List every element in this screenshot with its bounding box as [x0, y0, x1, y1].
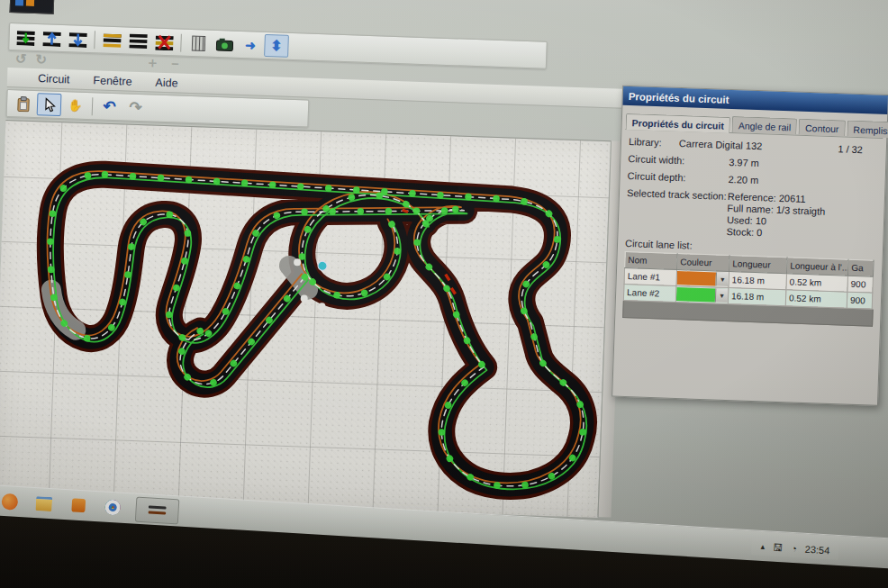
tray-volume-icon[interactable]: 🖫 — [773, 541, 784, 553]
menu-circuit[interactable]: Circuit — [38, 72, 70, 86]
lane-table: Nom Couleur Longueur Longueur à l'... Ga… — [623, 251, 874, 310]
tab-angle-de-rail[interactable]: Angle de rail — [732, 116, 798, 135]
redo-icon[interactable]: ↷ — [123, 95, 149, 119]
undo-icon[interactable]: ↶ — [97, 95, 122, 118]
library-label: Library: — [629, 136, 679, 149]
tab-remplissage[interactable]: Remplissage — [847, 121, 888, 140]
move-track-down-icon[interactable] — [65, 27, 90, 50]
curve-track-icon[interactable] — [99, 28, 124, 51]
col-nom[interactable]: Nom — [625, 251, 678, 269]
camera-icon[interactable] — [212, 32, 237, 56]
zoom-out-icon[interactable]: － — [168, 55, 183, 73]
taskbar-document-icon[interactable] — [67, 494, 89, 517]
circuit-canvas[interactable] — [0, 120, 611, 518]
circuit-width-value: 3.97 m — [729, 157, 878, 173]
library-value: Carrera Digital 132 — [679, 138, 814, 153]
circuit-depth-value: 2.20 m — [728, 174, 877, 190]
toolbar-separator — [94, 31, 95, 49]
menu-fenetre[interactable]: Fenêtre — [93, 74, 132, 87]
taskbar-folder-icon[interactable] — [32, 492, 55, 514]
circuit-track-drawing — [0, 121, 611, 518]
fragment-orange-icon — [26, 0, 34, 5]
monitor-photo: ➜ ⬍ ↺ ↻ ＋ － Circuit Fenêtre Aide ✋ ↶ — [0, 0, 888, 588]
taskbar-track-editor-button[interactable] — [135, 496, 180, 524]
lane1-color-cell: ▼ — [676, 270, 729, 288]
straight-track-icon[interactable] — [125, 30, 150, 53]
screen: ➜ ⬍ ↺ ↻ ＋ － Circuit Fenêtre Aide ✋ ↶ — [0, 0, 888, 588]
rotate-left-icon[interactable]: ↺ — [15, 50, 27, 67]
zoom-in-icon[interactable]: ＋ — [146, 54, 160, 72]
lane1-name: Lane #1 — [624, 267, 677, 285]
circuit-depth-label: Circuit depth: — [627, 170, 728, 185]
tray-clock[interactable]: 23:54 — [804, 543, 829, 556]
selected-section-values: Reference: 20611 Full name: 1/3 straigth… — [726, 191, 877, 243]
lane1-color-dropdown[interactable]: ▼ — [715, 273, 729, 286]
toolbar-separator — [92, 97, 94, 115]
taskbar-app-orange-icon[interactable] — [0, 490, 22, 512]
tab-contour[interactable]: Contour — [799, 119, 846, 137]
rotate-right-icon[interactable]: ↻ — [35, 51, 47, 68]
pan-vertical-icon[interactable]: ⬍ — [264, 34, 289, 58]
pan-right-icon[interactable]: ➜ — [238, 33, 263, 57]
lane2-color-dropdown[interactable]: ▼ — [715, 289, 729, 303]
lane2-color-cell: ▼ — [675, 285, 729, 303]
lane1-longueur: 16.18 m — [729, 272, 787, 290]
col-longueur-a[interactable]: Longueur à l'... — [787, 258, 849, 276]
lane1-longueur-a: 0.52 km — [786, 274, 848, 292]
lane2-ga: 900 — [847, 292, 873, 309]
lane1-ga: 900 — [847, 276, 874, 293]
tray-network-icon[interactable]: ◔ — [791, 542, 797, 553]
window-fragment — [10, 0, 55, 14]
taskbar-browser-icon[interactable] — [101, 496, 123, 519]
fence-icon[interactable] — [186, 32, 211, 55]
properties-window: Propriétés du circuit Propriétés du circ… — [612, 86, 888, 406]
properties-title: Propriétés du circuit — [629, 91, 729, 105]
system-tray: ▴ 🖫 ◔ 23:54 — [751, 537, 839, 560]
lane2-longueur: 16.18 m — [728, 288, 786, 306]
lane1-color-swatch — [677, 271, 716, 285]
insert-track-icon[interactable] — [13, 25, 38, 49]
pan-hand-icon[interactable]: ✋ — [63, 94, 88, 117]
select-cursor-icon[interactable] — [37, 93, 62, 116]
move-track-up-icon[interactable] — [39, 26, 64, 50]
col-couleur[interactable]: Couleur — [677, 254, 730, 272]
tray-notify-icon[interactable]: ▴ — [760, 541, 765, 550]
delete-track-icon[interactable] — [151, 31, 177, 54]
paste-icon[interactable] — [11, 92, 36, 115]
lane2-name: Lane #2 — [623, 284, 676, 302]
toolbar-separator — [180, 33, 182, 51]
selected-section-label: Selected track section: — [625, 187, 728, 238]
fragment-blue-icon — [15, 0, 23, 5]
col-ga[interactable]: Ga — [847, 259, 874, 276]
lane2-color-swatch — [676, 287, 715, 302]
menu-aide[interactable]: Aide — [155, 76, 178, 89]
col-longueur[interactable]: Longueur — [729, 256, 788, 274]
library-count: 1 / 32 — [814, 142, 879, 156]
circuit-width-label: Circuit width: — [628, 153, 729, 167]
lane2-longueur-a: 0.52 km — [785, 290, 847, 308]
